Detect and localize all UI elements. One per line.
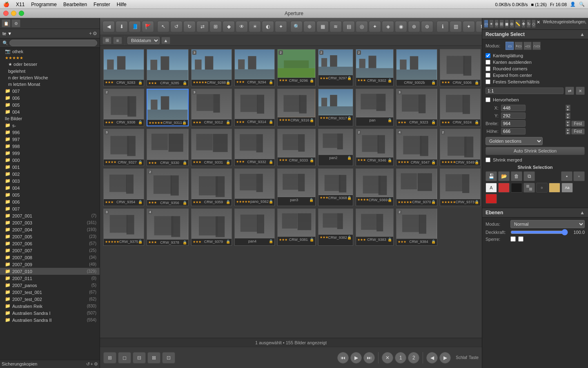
photo-item-pan2[interactable]: pan2🔒 <box>318 129 353 166</box>
grid-view-btn[interactable]: ⊞ <box>102 37 111 44</box>
shrink-merged-checkbox[interactable] <box>486 157 490 162</box>
white-fg-btn[interactable]: A <box>486 183 497 193</box>
photo-item-pan4[interactable]: pan4🔒 <box>234 209 275 246</box>
menu-bearbeiten[interactable]: Bearbeiten <box>63 2 87 7</box>
nav-back-btn[interactable]: ◀ <box>102 21 115 32</box>
sidebar-item-998[interactable]: 📁998 <box>0 143 100 150</box>
lighttable-btn[interactable]: ⊠ <box>147 352 160 364</box>
compare-view-btn[interactable]: ⊟ <box>133 352 146 364</box>
hoehe-down-btn[interactable]: ▼ <box>566 131 570 135</box>
sidebar-item-star-filter[interactable]: ★ oder besser <box>0 61 100 68</box>
sidebar-item-006[interactable]: 📁006 <box>0 94 100 101</box>
text-btn[interactable]: Aa <box>561 183 573 193</box>
sidebar-item-2007009[interactable]: 📁2007_009(49) <box>0 261 100 268</box>
nav-left-btn[interactable]: ◀ <box>426 352 438 364</box>
mode-intersect-btn[interactable]: ∩▭ <box>532 42 541 50</box>
menu-programme[interactable]: Programme <box>31 2 57 7</box>
panel-skew-btn[interactable]: ◇ <box>532 20 536 28</box>
photo-item-CRW_9308[interactable]: 2 ★★★CRW_9308🔒 <box>103 89 144 126</box>
golden-sections-select[interactable]: Golden sections Rule of thirds Center li… <box>486 137 543 145</box>
sidebar-add-btn[interactable]: + <box>89 31 92 36</box>
sidebar-item-australien-reik[interactable]: 📁Australien Reik(830) <box>0 303 100 310</box>
sidebar-item-001[interactable]: 📁001 <box>0 164 100 171</box>
photo-item-CRW_9327[interactable]: 3 ★★★★CRW_9327🔒 <box>103 129 144 166</box>
filter-btn[interactable]: ⊜ <box>421 21 433 32</box>
x-input[interactable] <box>501 105 526 111</box>
flag-btn[interactable]: 🚩 <box>142 21 154 32</box>
panel-measure-btn[interactable]: 📏 <box>515 20 521 28</box>
hoehe-fest-btn[interactable]: Fest <box>571 128 585 135</box>
flip-btn[interactable]: ⇄ <box>196 21 209 32</box>
crop-btn[interactable]: ⊞ <box>209 21 222 32</box>
sidebar-item-007[interactable]: 📁007 <box>0 88 100 94</box>
y-input[interactable] <box>501 112 526 119</box>
panel-foreground-btn[interactable]: ⊞ <box>499 20 504 28</box>
kantengl-label[interactable]: Kantenglättung <box>493 53 523 58</box>
ratio-swap-btn[interactable]: ⇄ <box>565 87 574 95</box>
sidebar-item-2007004[interactable]: 📁2007_004(193) <box>0 226 100 233</box>
book-btn[interactable]: 📘 <box>129 21 141 32</box>
photo-item-CRW_9369[interactable]: ★★★★CRW_9369🔒 <box>356 168 394 206</box>
sidebar-item-2007test001[interactable]: 📁2007_test_001(67) <box>0 289 100 296</box>
dodge-btn[interactable]: ◐ <box>262 21 274 32</box>
photo-item-CRW_9349[interactable]: 2 ★★★★★CRW_9349🔒 <box>440 129 481 166</box>
sidebar-item-2007005[interactable]: 📁2007_005(23) <box>0 233 100 240</box>
list-view-btn[interactable]: ≡ <box>113 37 122 44</box>
photo-item-CRW_9378[interactable]: 4 ★★★CRW_9378🔒 <box>147 209 188 246</box>
levels-btn[interactable]: ▦ <box>316 21 329 32</box>
sidebar-item-000[interactable]: 📁000 <box>0 157 100 164</box>
copy-selection-btn[interactable]: ⧉ <box>523 171 535 181</box>
apple-menu[interactable]: 🍎 <box>3 2 9 7</box>
photo-item-pan[interactable]: pan🔒 <box>356 89 394 126</box>
star-1-btn[interactable]: 1 <box>395 352 406 364</box>
mode-add-btn[interactable]: +▭ <box>514 42 523 50</box>
breite-up-btn[interactable]: ▲ <box>566 120 570 123</box>
hervorheben-checkbox[interactable] <box>486 97 490 102</box>
sidebar-item-996[interactable]: 📁996 <box>0 129 100 136</box>
play-btn[interactable]: ▶ <box>350 352 362 364</box>
photo-item-CRW_9283[interactable]: ★★★CRW_9283🔒 <box>103 49 144 86</box>
sidebar-item-999[interactable]: 📁999 <box>0 150 100 157</box>
sperre-checkbox-1[interactable] <box>510 236 516 242</box>
maximize-button[interactable] <box>19 11 24 16</box>
ebenen-collapse-btn[interactable]: ▲ <box>580 210 585 215</box>
photo-item-CRW_9354[interactable]: ★★★CRW_9354🔒 <box>103 168 144 206</box>
sidebar-item-006b[interactable]: 📁006 <box>0 198 100 205</box>
sidebar-item-005b[interactable]: 📁005 <box>0 191 100 198</box>
select-btn[interactable]: ↖ <box>157 21 169 32</box>
wb-btn[interactable]: ◎ <box>356 21 368 32</box>
ratio-clear-btn[interactable]: ✕ <box>576 87 585 95</box>
metadata-btn[interactable]: ▥ <box>450 21 462 32</box>
sidebar-item-004[interactable]: 📁004 <box>0 108 100 115</box>
star-2-btn[interactable]: 2 <box>408 352 419 364</box>
sidebar-item-997[interactable]: 📁997 <box>0 136 100 143</box>
sidebar-tool-1[interactable]: 📋 <box>2 19 11 27</box>
photo-item-CRW_9381[interactable]: ★★★CRW_9381🔒 <box>277 209 315 246</box>
panel-lasso-btn[interactable]: ✦ <box>489 20 494 28</box>
kanten-ausbl-label[interactable]: Kanten ausblenden <box>493 60 532 65</box>
stamp-btn[interactable]: ◆ <box>223 21 235 32</box>
breite-down-btn[interactable]: ▼ <box>566 123 570 127</box>
red2-btn[interactable] <box>486 194 497 204</box>
close-button[interactable] <box>3 11 9 16</box>
rotate-right-btn[interactable]: ↻ <box>183 21 196 32</box>
sidebar-item-australien-sandra-i[interactable]: 📁Australien Sandra I(507) <box>0 310 100 316</box>
gold-btn[interactable] <box>549 183 560 193</box>
photo-item-CRW_9331[interactable]: ★★★CRW_9331🔒 <box>191 129 232 166</box>
sidebar-item-2007007[interactable]: 📁2007_007(25) <box>0 247 100 254</box>
sidebar-item-004b[interactable]: 📁004 <box>0 184 100 191</box>
photo-item-CRW_9332[interactable]: ★★★CRW_9332🔒 <box>234 129 275 166</box>
photo-item-CRW_9316[interactable]: ★★★★CRW_9316🔒 <box>277 89 315 126</box>
something2-btn[interactable]: ▫ <box>573 171 585 181</box>
sidebar-item-002[interactable]: 📁002 <box>0 171 100 177</box>
single-view-btn[interactable]: ◻ <box>118 352 131 364</box>
photo-item-CRW_9324[interactable]: ★★★CRW_9324🔒 <box>440 89 481 126</box>
photo-item-CRW_9333[interactable]: ★★★CRW_9333🔒 <box>277 129 315 166</box>
photo-item-CRW_9294[interactable]: ★★★CRW_9294🔒 <box>234 49 275 86</box>
breite-fest-btn[interactable]: Fest <box>571 121 585 127</box>
sidebar-item-2007006[interactable]: 📁2007_006(57) <box>0 240 100 247</box>
sidebar-item-stars[interactable]: ★★★★★ <box>0 55 100 61</box>
sort-order-btn[interactable]: ▲ <box>161 37 170 44</box>
photo-item-CRW_9297[interactable]: 2 ★★★CRW_9297🔒 <box>318 49 353 86</box>
sidebar-item-2007panos[interactable]: 📁2007_panos(5) <box>0 282 100 289</box>
